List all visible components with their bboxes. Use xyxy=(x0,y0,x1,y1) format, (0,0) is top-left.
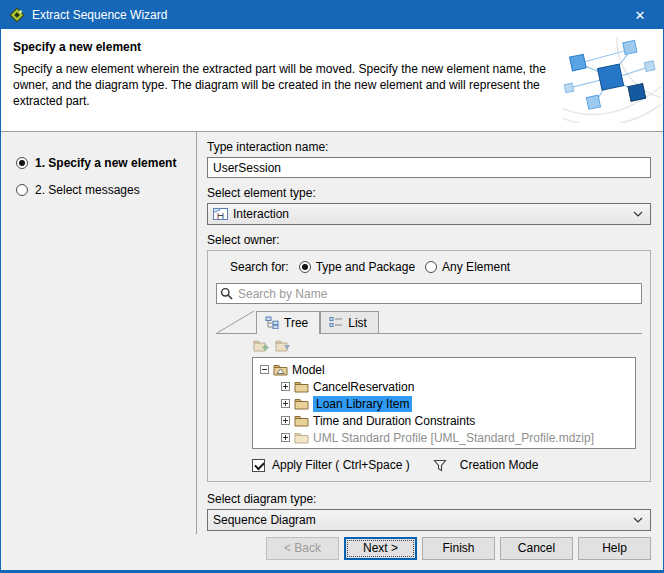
search-for-row: Search for: Type and Package Any Element xyxy=(216,259,642,275)
apply-filter-checkbox[interactable] xyxy=(252,459,265,472)
tab-list[interactable]: List xyxy=(320,311,379,333)
radio-type-and-package[interactable]: Type and Package xyxy=(299,260,415,274)
owner-group: Search for: Type and Package Any Element xyxy=(207,250,651,482)
tree-item-uml-standard-profile[interactable]: UML Standard Profile [UML_Standard_Profi… xyxy=(257,429,635,446)
wizard-header: Specify a new element Specify a new elem… xyxy=(1,29,663,132)
tree-item-label: UML Standard Profile [UML_Standard_Profi… xyxy=(313,431,594,445)
element-type-value: Interaction xyxy=(233,207,628,221)
create-package-icon[interactable] xyxy=(252,338,269,354)
type-and-package-label: Type and Package xyxy=(316,260,415,274)
extract-sequence-wizard-window: Extract Sequence Wizard ✕ Specify a new … xyxy=(0,0,664,573)
cancel-button[interactable]: Cancel xyxy=(500,537,573,560)
any-element-radio xyxy=(425,261,437,273)
diagram-type-label: Select diagram type: xyxy=(207,492,651,506)
element-type-combobox[interactable]: Interaction xyxy=(207,203,651,225)
header-description: Specify a new element wherein the extrac… xyxy=(13,61,558,110)
expand-toggle-icon[interactable] xyxy=(281,416,290,425)
diagram-type-value: Sequence Diagram xyxy=(213,513,628,527)
tree-toolbar xyxy=(252,338,642,354)
search-icon xyxy=(220,287,233,303)
tree-item-cancelreservation[interactable]: CancelReservation xyxy=(257,378,635,395)
window-title: Extract Sequence Wizard xyxy=(32,8,167,22)
radio-any-element[interactable]: Any Element xyxy=(425,260,510,274)
any-element-label: Any Element xyxy=(442,260,510,274)
package-icon xyxy=(294,381,309,393)
finish-button[interactable]: Finish xyxy=(422,537,495,560)
interaction-name-input[interactable] xyxy=(207,157,651,178)
expand-toggle-icon[interactable] xyxy=(281,382,290,391)
creation-mode-label: Creation Mode xyxy=(460,458,539,472)
tree-list-tabs: Tree List xyxy=(216,311,642,334)
interaction-icon xyxy=(213,208,228,220)
element-type-label: Select element type: xyxy=(207,186,651,200)
list-view-icon xyxy=(329,316,343,329)
search-for-label: Search for: xyxy=(230,260,289,274)
step-2-label: 2. Select messages xyxy=(35,183,140,197)
expand-toggle-icon[interactable] xyxy=(281,433,290,442)
wizard-decoration-graphic xyxy=(563,37,661,123)
search-field xyxy=(216,283,642,304)
close-icon: ✕ xyxy=(635,8,646,23)
filter-row: Apply Filter ( Ctrl+Space ) Creation Mod… xyxy=(252,458,642,472)
tab-list-label: List xyxy=(348,316,367,330)
step-1-radio[interactable] xyxy=(16,157,28,169)
expand-toggle-icon[interactable] xyxy=(281,399,290,408)
diagram-type-combobox[interactable]: Sequence Diagram xyxy=(207,509,651,531)
collapse-toggle-icon[interactable] xyxy=(260,365,269,374)
tab-tree[interactable]: Tree xyxy=(256,311,320,333)
tree-item-time-and-duration-constraints[interactable]: Time and Duration Constraints xyxy=(257,412,635,429)
interaction-name-label: Type interaction name: xyxy=(207,140,651,154)
tree-item-loan-library-item[interactable]: Loan Library Item xyxy=(257,395,635,412)
create-element-icon[interactable] xyxy=(274,338,291,354)
header-title: Specify a new element xyxy=(13,40,553,54)
package-icon xyxy=(294,432,309,444)
close-button[interactable]: ✕ xyxy=(617,1,663,29)
owner-tree: Model CancelReservation xyxy=(252,357,636,449)
wizard-body: 1. Specify a new element 2. Select messa… xyxy=(1,132,663,534)
step-2-select-messages[interactable]: 2. Select messages xyxy=(16,183,196,197)
chevron-down-icon xyxy=(633,517,643,523)
search-input[interactable] xyxy=(216,283,642,304)
type-and-package-radio xyxy=(299,261,311,273)
tree-item-model[interactable]: Model xyxy=(257,361,635,378)
apply-filter-label: Apply Filter ( Ctrl+Space ) xyxy=(272,458,410,472)
next-button[interactable]: Next > xyxy=(344,537,417,560)
tree-item-label-selected: Loan Library Item xyxy=(313,396,412,412)
tab-tree-label: Tree xyxy=(284,316,308,330)
package-icon xyxy=(294,398,309,410)
button-bar: < Back Next > Finish Cancel Help xyxy=(1,534,663,570)
help-button[interactable]: Help xyxy=(578,537,651,560)
titlebar[interactable]: Extract Sequence Wizard ✕ xyxy=(1,1,663,29)
tree-view-icon xyxy=(265,316,279,329)
filter-icon[interactable] xyxy=(433,459,447,472)
select-owner-label: Select owner: xyxy=(207,233,651,247)
tree-item-label: Time and Duration Constraints xyxy=(313,414,475,428)
tree-item-label: Model xyxy=(292,363,325,377)
tab-slant-line xyxy=(216,310,254,333)
steps-panel: 1. Specify a new element 2. Select messa… xyxy=(1,132,197,534)
step-2-radio[interactable] xyxy=(16,184,28,196)
content-panel: Type interaction name: Select element ty… xyxy=(197,132,663,534)
model-icon xyxy=(273,364,288,376)
step-1-specify-new-element[interactable]: 1. Specify a new element xyxy=(16,156,196,170)
tree-item-label: CancelReservation xyxy=(313,380,414,394)
package-icon xyxy=(294,415,309,427)
step-1-label: 1. Specify a new element xyxy=(35,156,176,170)
chevron-down-icon xyxy=(633,211,643,217)
back-button[interactable]: < Back xyxy=(266,537,339,560)
app-icon xyxy=(9,7,25,23)
